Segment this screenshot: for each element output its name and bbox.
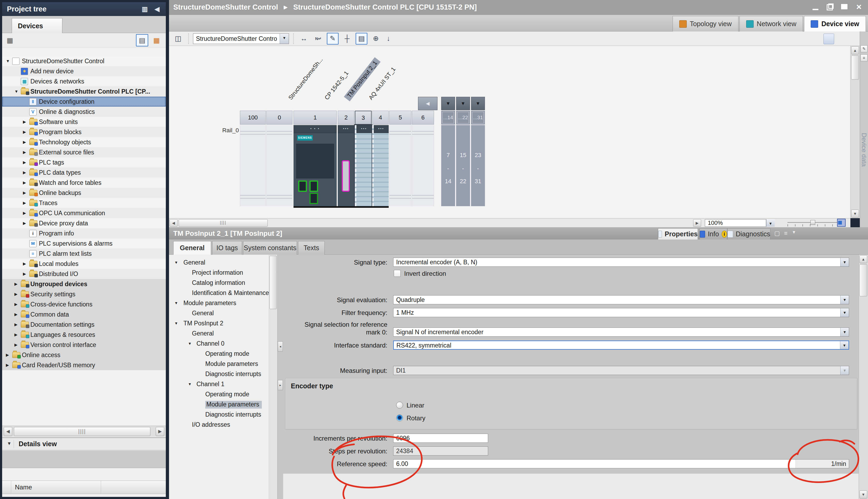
- chevron-right-icon[interactable]: ▶: [23, 160, 26, 165]
- bookmark-icon[interactable]: ▦: [4, 34, 16, 46]
- chevron-down-icon[interactable]: ▼: [174, 260, 178, 265]
- collapsed-slot-group[interactable]: 23-31: [471, 125, 485, 206]
- signal-type-select[interactable]: Incremental encoder (A, B, N): [393, 258, 849, 267]
- tree-item[interactable]: ▶External source files: [2, 147, 166, 157]
- tree-item[interactable]: ▶Documentation settings: [2, 319, 166, 330]
- tree-item[interactable]: ▶Common data: [2, 309, 166, 319]
- chevron-right-icon[interactable]: ▶: [23, 180, 26, 185]
- chevron-right-icon[interactable]: ▶: [14, 302, 17, 307]
- chevron-right-icon[interactable]: ▶: [14, 282, 17, 287]
- chevron-down-icon[interactable]: [840, 328, 849, 336]
- chevron-right-icon[interactable]: ▶: [23, 200, 26, 205]
- tree-item[interactable]: ▶Technology objects: [2, 137, 166, 147]
- chevron-down-icon[interactable]: ▼: [456, 97, 470, 110]
- tab-system-constants[interactable]: System constants: [243, 241, 297, 255]
- minimize-icon[interactable]: [811, 3, 820, 11]
- scroll-left-icon[interactable]: ◀: [170, 219, 177, 227]
- collapsed-slot-header[interactable]: ...31: [471, 111, 485, 124]
- chevron-right-icon[interactable]: ▶: [14, 312, 17, 317]
- chevron-down-icon[interactable]: ▾: [5, 440, 14, 448]
- tree-item[interactable]: ▶Distributed I/O: [2, 269, 166, 279]
- cp-module[interactable]: •••: [338, 125, 354, 206]
- chevron-down-icon[interactable]: ▼: [174, 301, 178, 305]
- collapsed-slot-group[interactable]: 15-22: [456, 125, 470, 206]
- slot-header[interactable]: 0: [266, 111, 293, 124]
- chevron-down-icon[interactable]: ▼: [792, 230, 796, 237]
- tree-item[interactable]: ✉PLC supervisions & alarms: [2, 239, 166, 248]
- tab-topology-view[interactable]: Topology view: [673, 16, 739, 32]
- tree-item[interactable]: ▶Online access: [2, 350, 166, 360]
- tab-texts[interactable]: Texts: [298, 241, 325, 255]
- chevron-down-icon[interactable]: ▼: [188, 382, 192, 386]
- slot-header[interactable]: 4: [372, 111, 389, 124]
- tree-item[interactable]: ▶Local modules: [2, 259, 166, 269]
- crosshair-grid-icon[interactable]: ┼: [341, 33, 353, 45]
- tm-posinput-module[interactable]: •••: [355, 125, 372, 206]
- chevron-right-icon[interactable]: ▶: [14, 322, 17, 327]
- tree-item[interactable]: ▶Traces: [2, 198, 166, 208]
- download-icon[interactable]: ↓: [384, 33, 393, 45]
- scroll-up-icon[interactable]: ▲: [859, 255, 867, 263]
- scroll-down-icon[interactable]: ▼: [851, 210, 859, 218]
- nav-item[interactable]: I/O addresses: [169, 419, 269, 430]
- chevron-down-icon[interactable]: ▼: [6, 59, 10, 63]
- nav-item[interactable]: Operating mode: [169, 389, 269, 399]
- slot-header[interactable]: 6: [412, 111, 434, 124]
- nav-item[interactable]: ▼General: [169, 257, 269, 268]
- zoom-slider[interactable]: [788, 222, 841, 223]
- maximize-icon[interactable]: [840, 3, 849, 11]
- scroll-left-icon[interactable]: ◀: [4, 427, 12, 436]
- scrollbar-thumb[interactable]: ||||: [14, 427, 150, 436]
- tree-item[interactable]: ▼StructureDomeShutter Control: [2, 56, 166, 66]
- slot-header[interactable]: 2: [338, 111, 354, 124]
- collapsed-slot-group[interactable]: 7-14: [441, 125, 455, 206]
- aq-module[interactable]: •••: [372, 125, 389, 206]
- measuring-input-select[interactable]: DI1: [393, 366, 849, 375]
- columns-icon[interactable]: ▥: [140, 5, 149, 13]
- details-view-header[interactable]: ▾ Details view: [2, 438, 166, 450]
- empty-slot[interactable]: [266, 125, 293, 206]
- device-data-tab-label[interactable]: Device data: [860, 133, 868, 167]
- tree-item[interactable]: ▶Languages & resources: [2, 330, 166, 340]
- reference-speed-input[interactable]: 6.00 1/min: [393, 459, 849, 468]
- chevron-down-icon[interactable]: ▼: [14, 89, 18, 94]
- tab-general[interactable]: General: [173, 241, 211, 255]
- tree-item[interactable]: ▶Software units: [2, 117, 166, 127]
- fit-to-view-icon[interactable]: [837, 219, 846, 227]
- cpu-module[interactable]: • • • SIEMENS: [294, 125, 337, 206]
- chevron-right-icon[interactable]: ▶: [23, 191, 26, 195]
- chevron-right-icon[interactable]: ▶: [23, 150, 26, 155]
- filter-frequency-select[interactable]: 1 MHz: [393, 308, 849, 317]
- steps-input[interactable]: 24384: [393, 447, 488, 455]
- tab-io-tags[interactable]: IO tags: [212, 241, 242, 255]
- chevron-right-icon[interactable]: ▶: [14, 342, 17, 347]
- linear-radio[interactable]: [396, 402, 403, 409]
- slot-header[interactable]: 100: [240, 111, 266, 124]
- tree-item[interactable]: ▶PLC tags: [2, 157, 166, 168]
- chevron-down-icon[interactable]: ▼: [188, 341, 192, 346]
- nav-item[interactable]: Project information: [169, 268, 269, 278]
- increments-input[interactable]: 6096: [393, 434, 488, 443]
- nav-item[interactable]: ▼Channel 1: [169, 379, 269, 389]
- zoom-in-icon[interactable]: ⊕: [370, 33, 382, 45]
- nav-item[interactable]: Identification & Maintenance: [169, 288, 269, 298]
- device-view-canvas[interactable]: StructureDomeSh...CP 1542-5_1TM PosInput…: [169, 46, 851, 218]
- zoom-slider-handle[interactable]: [810, 220, 815, 225]
- tree-item[interactable]: ▶Version control interface: [2, 340, 166, 350]
- tab-diagnostics[interactable]: Diagnostics: [727, 228, 770, 240]
- collapsed-slot-header[interactable]: ...22: [456, 111, 470, 124]
- close-icon[interactable]: ×: [855, 3, 863, 11]
- chevron-down-icon[interactable]: [766, 219, 775, 227]
- page-list-icon[interactable]: ▤: [356, 33, 367, 45]
- chevron-right-icon[interactable]: ▶: [23, 170, 26, 175]
- nav-item[interactable]: General: [169, 308, 269, 318]
- chevron-right-icon[interactable]: ▶: [23, 261, 26, 266]
- window-detach-icon[interactable]: [823, 34, 834, 44]
- collapse-right-icon[interactable]: ▸: [278, 380, 283, 390]
- network-config-icon[interactable]: ◫: [172, 33, 184, 45]
- tree-item[interactable]: iProgram info: [2, 228, 166, 239]
- tree-item[interactable]: ▶Device proxy data: [2, 218, 166, 228]
- nav-item[interactable]: ▼Module parameters: [169, 298, 269, 308]
- breadcrumb-project[interactable]: StructureDomeShutter Control: [173, 3, 278, 11]
- chevron-down-icon[interactable]: [840, 341, 848, 349]
